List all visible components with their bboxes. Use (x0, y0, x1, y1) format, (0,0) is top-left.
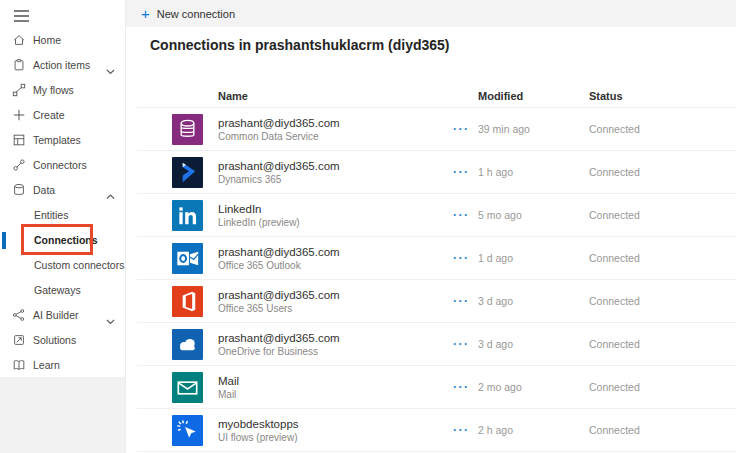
modified-value: 39 min ago (478, 123, 589, 135)
sidebar-item-label: Gateways (34, 284, 81, 296)
hamburger-menu-button[interactable] (12, 9, 32, 25)
power-automate-app: Home Action items My flows Create Templa… (0, 0, 736, 453)
mail-icon (172, 372, 203, 403)
connection-title: myobdesktopps (218, 417, 453, 431)
more-options-button[interactable]: ··· (453, 380, 478, 394)
sidebar-item-custom-connectors[interactable]: Custom connectors (0, 252, 125, 277)
sidebar-item-label: AI Builder (33, 309, 79, 321)
sidebar-item-learn[interactable]: Learn (0, 352, 125, 377)
more-options-button[interactable]: ··· (453, 294, 478, 308)
connection-subtitle: Office 365 Outlook (218, 259, 453, 272)
connection-subtitle: LinkedIn (preview) (218, 216, 453, 229)
clipboard-icon (12, 58, 26, 72)
table-header: Name Modified Status (137, 85, 736, 108)
connection-subtitle: UI flows (preview) (218, 431, 453, 444)
modified-value: 2 mo ago (478, 381, 589, 393)
status-value: Connected (589, 338, 736, 350)
modified-value: 3 d ago (478, 338, 589, 350)
status-value: Connected (589, 252, 736, 264)
sidebar-nav: Home Action items My flows Create Templa… (0, 27, 125, 377)
sidebar-item-label: Action items (33, 59, 90, 71)
table-row[interactable]: prashant@diyd365.comOffice 365 Users ···… (137, 280, 736, 323)
main-content: + New connection Connections in prashant… (126, 0, 736, 453)
sidebar-item-data[interactable]: Data (0, 177, 125, 202)
connection-subtitle: Dynamics 365 (218, 173, 453, 186)
new-connection-button[interactable]: + New connection (141, 6, 235, 21)
sidebar-item-connectors[interactable]: Connectors (0, 152, 125, 177)
table-row[interactable]: LinkedInLinkedIn (preview) ··· 5 mo ago … (137, 194, 736, 237)
office-365-outlook-icon (172, 243, 203, 274)
sidebar-item-label: Entities (34, 209, 68, 221)
sidebar-item-create[interactable]: Create (0, 102, 125, 127)
more-options-button[interactable]: ··· (453, 165, 478, 179)
solutions-icon (12, 333, 26, 347)
sidebar-filler (0, 377, 125, 453)
connection-title: prashant@diyd365.com (218, 116, 453, 130)
sidebar-item-ai-builder[interactable]: AI Builder (0, 302, 125, 327)
flows-icon (12, 83, 26, 97)
connection-subtitle: Mail (218, 388, 453, 401)
home-icon (12, 33, 26, 47)
sidebar-item-templates[interactable]: Templates (0, 127, 125, 152)
ai-builder-icon (12, 308, 26, 322)
sidebar-item-label: Connectors (33, 159, 87, 171)
sidebar-item-label: Custom connectors (34, 259, 124, 271)
more-options-button[interactable]: ··· (453, 251, 478, 265)
table-row[interactable]: prashant@diyd365.comDynamics 365 ··· 1 h… (137, 151, 736, 194)
sidebar-item-my-flows[interactable]: My flows (0, 77, 125, 102)
sidebar: Home Action items My flows Create Templa… (0, 0, 126, 453)
new-connection-label: New connection (157, 8, 235, 20)
learn-icon (12, 358, 26, 372)
status-value: Connected (589, 424, 736, 436)
connection-title: LinkedIn (218, 202, 453, 216)
connection-title: Mail (218, 374, 453, 388)
connection-title: prashant@diyd365.com (218, 331, 453, 345)
sidebar-item-home[interactable]: Home (0, 27, 125, 52)
status-value: Connected (589, 166, 736, 178)
more-options-button[interactable]: ··· (453, 122, 478, 136)
column-header-modified[interactable]: Modified (478, 90, 589, 102)
connection-title: prashant@diyd365.com (218, 245, 453, 259)
modified-value: 1 d ago (478, 252, 589, 264)
ui-flows-icon (172, 415, 203, 446)
table-row[interactable]: prashant@diyd365.comOneDrive for Busines… (137, 323, 736, 366)
page-title: Connections in prashantshuklacrm (diyd36… (150, 37, 450, 53)
sidebar-item-label: Templates (33, 134, 81, 146)
sidebar-item-gateways[interactable]: Gateways (0, 277, 125, 302)
column-header-name[interactable]: Name (218, 90, 453, 102)
table-row[interactable]: myobdesktoppsUI flows (preview) ··· 2 h … (137, 409, 736, 452)
database-icon (12, 183, 26, 197)
sidebar-item-label: Connections (34, 234, 98, 246)
sidebar-item-entities[interactable]: Entities (0, 202, 125, 227)
status-value: Connected (589, 381, 736, 393)
modified-value: 2 h ago (478, 424, 589, 436)
table-row[interactable]: prashant@diyd365.comCommon Data Service … (137, 108, 736, 151)
sidebar-item-label: Learn (33, 359, 60, 371)
plus-icon (12, 108, 26, 122)
linkedin-icon (172, 200, 203, 231)
modified-value: 1 h ago (478, 166, 589, 178)
table-row[interactable]: MailMail ··· 2 mo ago Connected (137, 366, 736, 409)
sidebar-item-solutions[interactable]: Solutions (0, 327, 125, 352)
status-value: Connected (589, 295, 736, 307)
selected-item-indicator (2, 232, 6, 249)
more-options-button[interactable]: ··· (453, 423, 478, 437)
onedrive-for-business-icon (172, 329, 203, 360)
table-row[interactable]: prashant@diyd365.comOffice 365 Outlook ·… (137, 237, 736, 280)
modified-value: 5 mo ago (478, 209, 589, 221)
command-bar: + New connection (126, 0, 736, 27)
connection-title: prashant@diyd365.com (218, 159, 453, 173)
templates-icon (12, 133, 26, 147)
sidebar-item-action-items[interactable]: Action items (0, 52, 125, 77)
more-options-button[interactable]: ··· (453, 337, 478, 351)
sidebar-item-connections[interactable]: Connections (0, 227, 125, 252)
more-options-button[interactable]: ··· (453, 208, 478, 222)
sidebar-item-label: Home (33, 34, 61, 46)
plus-icon: + (141, 6, 150, 21)
column-header-status[interactable]: Status (589, 90, 736, 102)
office-365-users-icon (172, 286, 203, 317)
sidebar-item-label: Data (33, 184, 55, 196)
connection-title: prashant@diyd365.com (218, 288, 453, 302)
connection-subtitle: OneDrive for Business (218, 345, 453, 358)
modified-value: 3 d ago (478, 295, 589, 307)
